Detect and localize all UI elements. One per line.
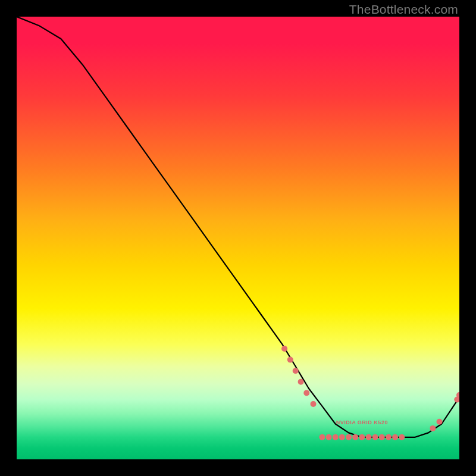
data-point (293, 368, 299, 374)
attribution-text: TheBottleneck.com (349, 2, 458, 17)
data-point (319, 434, 325, 440)
data-point (281, 346, 287, 352)
data-point (379, 434, 385, 440)
data-point (333, 434, 339, 440)
data-point (437, 419, 443, 425)
data-point (399, 434, 405, 440)
data-point (339, 434, 345, 440)
data-point (303, 390, 309, 396)
data-point (392, 434, 398, 440)
chart-curve (17, 17, 459, 437)
data-point (311, 401, 317, 407)
chart-svg: NVIDIA GRID K520 (17, 17, 459, 459)
data-point (359, 434, 365, 440)
data-point (287, 357, 293, 363)
chart-frame: NVIDIA GRID K520 TheBottleneck.com (0, 0, 476, 476)
series-label: NVIDIA GRID K520 (336, 419, 388, 425)
data-point (326, 434, 332, 440)
chart-plot-area: NVIDIA GRID K520 (17, 17, 459, 459)
data-point (352, 434, 358, 440)
data-point (386, 434, 392, 440)
data-point (372, 434, 378, 440)
data-point (346, 434, 352, 440)
data-point (298, 379, 304, 385)
data-point (366, 434, 372, 440)
data-point (430, 425, 436, 431)
chart-markers (281, 346, 459, 440)
